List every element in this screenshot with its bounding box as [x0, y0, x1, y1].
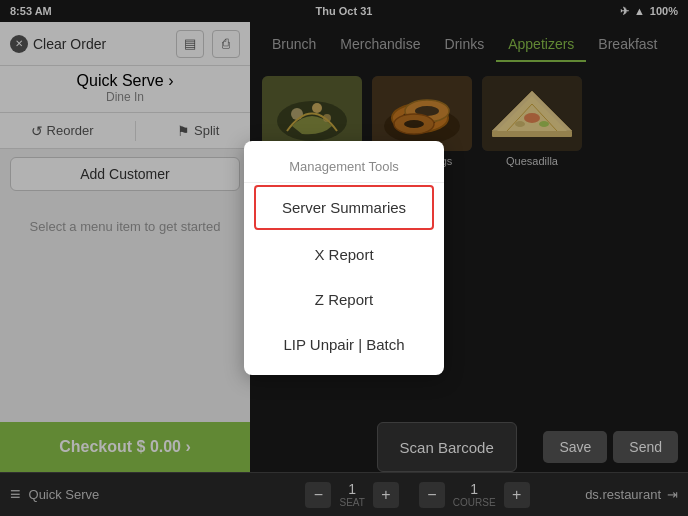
dropdown-item-lip-unpair[interactable]: LIP Unpair | Batch — [244, 322, 444, 367]
dropdown-item-x-report[interactable]: X Report — [244, 232, 444, 277]
dropdown-divider-1 — [244, 182, 444, 183]
dropdown-item-z-report[interactable]: Z Report — [244, 277, 444, 322]
dropdown-item-server-summaries[interactable]: Server Summaries — [254, 185, 434, 230]
dropdown-menu: Management Tools Server Summaries X Repo… — [244, 141, 444, 375]
dropdown-section-label: Management Tools — [244, 149, 444, 180]
dropdown-overlay[interactable]: Management Tools Server Summaries X Repo… — [0, 0, 688, 516]
